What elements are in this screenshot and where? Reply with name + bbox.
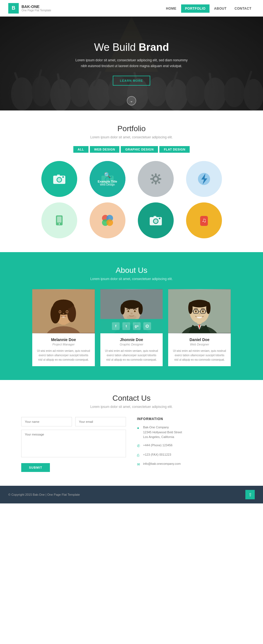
svg-point-96 [195,311,197,312]
hero-title-light: We Build [94,41,139,53]
team-photo-melannie [32,289,95,333]
svg-point-2 [32,76,51,106]
hero-title-bold: Brand [139,41,169,53]
contact-name-input[interactable] [21,417,72,426]
hero-cta-button[interactable]: LEARN MORE [113,76,150,86]
social-facebook[interactable]: f [112,322,120,330]
svg-point-1 [11,77,33,110]
portfolio-item-3[interactable] [134,161,177,197]
portfolio-filters: All WEB DESIGN GRAPHIC DESIGN FLAT DESIG… [8,146,255,153]
social-twitter[interactable]: t [122,322,130,330]
portfolio-item-6[interactable] [86,202,129,238]
contact-phone: ✆ +444 (Phone) 123456 [137,443,242,449]
svg-point-70 [59,311,61,313]
svg-point-67 [54,300,73,309]
contact-section: Contact Us Lorem ipsum dolor sit amet, c… [0,380,263,486]
filter-web[interactable]: WEB DESIGN [90,146,120,153]
contact-title: Contact Us [11,394,252,403]
portfolio-item-5[interactable] [38,202,80,238]
nav-item-about[interactable]: ABOUT [211,6,230,11]
svg-rect-36 [155,182,157,184]
hero-scroll-button[interactable]: ⌄ [127,96,136,105]
svg-point-57 [152,218,153,220]
svg-point-27 [62,176,64,178]
address-text: Bak-One Company 12345 Hollywood Bvld Str… [143,425,182,440]
nav-link-home[interactable]: HOME [163,4,180,13]
email-icon: ✉ [137,462,141,468]
filter-all[interactable]: All [73,146,88,153]
phone-icon: ✆ [137,443,141,449]
team-desc-1: Ut wisi enim ad minim veniam, quis nostr… [36,349,91,362]
overlay-category: Web Design [100,183,115,186]
team-grid: Melannie Doe Project Manager Ut wisi eni… [32,289,231,366]
contact-grid: SUBMIT INFORMATION ● Bak-One Company 123… [21,417,242,472]
brand-tagline: One Page Flat Template [22,9,51,12]
svg-rect-46 [57,217,61,223]
svg-rect-41 [151,181,154,184]
svg-rect-26 [57,175,60,176]
svg-point-90 [206,302,211,314]
team-card-3: Daniel Doe Web Designer Ut wisi enim ad … [168,289,231,366]
brand-logo: B [8,3,19,14]
nav-link-portfolio[interactable]: PORTFOLIO [181,4,210,13]
nav-item-portfolio[interactable]: PORTFOLIO [181,6,210,11]
hero-content: We Build Brand Lorem ipsum dolor sit ame… [74,41,189,86]
svg-point-77 [120,303,125,314]
portfolio-title: Portfolio [8,124,255,133]
svg-rect-35 [155,173,157,176]
hero-title: We Build Brand [74,41,189,53]
svg-point-78 [138,303,143,314]
svg-point-80 [134,310,136,312]
team-role-2: Graphic Designer [104,343,159,346]
contact-submit-button[interactable]: SUBMIT [21,463,50,472]
contact-email-input[interactable] [75,417,126,426]
nav-link-contact[interactable]: CONTACT [231,4,255,13]
portfolio-item-4[interactable] [183,161,225,197]
footer-scroll-top[interactable]: ⇧ [245,490,255,499]
nav-item-home[interactable]: HOME [163,6,180,11]
portfolio-item-7[interactable] [134,202,177,238]
team-info-jhonnie: Jhonnie Doe Graphic Designer Ut wisi eni… [100,333,163,366]
team-card-2: f t g+ Jhonnie Doe Graphic Designer Ut w… [100,289,163,366]
svg-point-11 [204,78,226,110]
team-role-1: Project Manager [36,343,91,346]
brand-name: BAK-ONE [22,4,51,9]
contact-message-input[interactable] [21,430,126,457]
nav-link-about[interactable]: ABOUT [211,4,230,13]
svg-point-76 [122,300,141,309]
search-overlay-icon: 🔍 [104,172,111,178]
contact-info-heading: INFORMATION [137,417,242,421]
portfolio-subtitle: Lorem ipsum dolor sit amet, consectetuer… [8,135,255,139]
portfolio-item-1[interactable] [38,161,80,197]
print-icon: ⎙ [137,453,141,458]
contact-subtitle: Lorem ipsum dolor sit amet, consectetuer… [11,405,252,409]
location-icon: ● [137,425,141,431]
social-dribbble[interactable] [143,322,151,330]
brand: B BAK-ONE One Page Flat Template [8,3,51,14]
svg-rect-42 [158,181,160,184]
hero-section: We Build Brand Lorem ipsum dolor sit ame… [0,17,263,110]
team-name-2: Jhonnie Doe [104,337,159,342]
about-subtitle: Lorem ipsum dolor sit amet, consectetuer… [8,277,255,281]
svg-rect-38 [159,178,161,180]
svg-point-81 [130,313,133,314]
filter-graphic[interactable]: GRAPHIC DESIGN [121,146,158,153]
nav-item-contact[interactable]: CONTACT [231,6,255,11]
team-info-melannie: Melannie Doe Project Manager Ut wisi eni… [32,333,95,366]
portfolio-item-2[interactable]: 🔍 Example Title Web Design [86,161,129,197]
team-info-daniel: Daniel Doe Web Designer Ut wisi enim ad … [168,333,231,366]
portfolio-item-8[interactable]: ♫ [183,202,225,238]
filter-flat[interactable]: FLAT DESIGN [159,146,190,153]
svg-point-88 [190,300,209,308]
svg-rect-37 [150,178,153,180]
team-role-3: Web Designer [172,343,227,346]
social-overlay: f t g+ [100,319,163,333]
svg-rect-40 [158,174,160,177]
svg-point-56 [159,218,160,219]
social-googleplus[interactable]: g+ [133,322,141,330]
nav-links: HOME PORTFOLIO ABOUT CONTACT [163,6,255,11]
footer: © Copyright 2015 Bak-One | One Page Flat… [0,486,263,503]
team-card-1: Melannie Doe Project Manager Ut wisi eni… [32,289,95,366]
about-title: About Us [8,266,255,275]
contact-address: ● Bak-One Company 12345 Hollywood Bvld S… [137,425,242,440]
